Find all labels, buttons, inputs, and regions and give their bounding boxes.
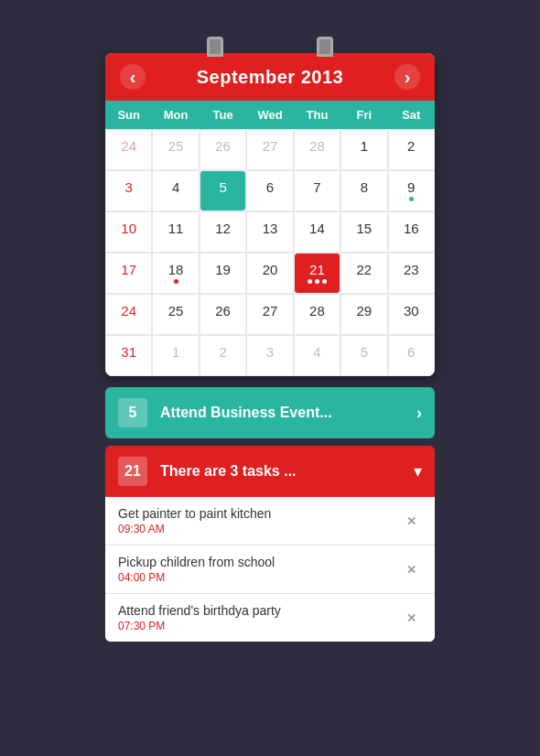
tasks-day: 21: [118, 457, 147, 486]
calendar-cell-19[interactable]: 19: [200, 253, 246, 294]
event-arrow-icon: ›: [416, 404, 422, 423]
day-name-wed: Wed: [246, 101, 293, 129]
calendar-cell-25[interactable]: 25: [152, 129, 199, 170]
calendar-cell-9[interactable]: 9: [388, 170, 435, 211]
task-content: Attend friend's birthdya party07:30 PM: [118, 603, 401, 632]
calendar-cell-31[interactable]: 31: [105, 335, 152, 376]
day-name-sat: Sat: [388, 101, 435, 129]
calendar-cell-4[interactable]: 4: [152, 170, 199, 211]
calendar-rings: [105, 37, 435, 57]
ring-right: [317, 37, 333, 57]
task-name: Pickup children from school: [118, 555, 401, 569]
calendar-cell-8[interactable]: 8: [340, 170, 387, 211]
calendar-cell-2[interactable]: 2: [388, 129, 435, 170]
calendar-cell-28[interactable]: 28: [294, 129, 340, 170]
task-item: Attend friend's birthdya party07:30 PM✕: [105, 594, 435, 642]
calendar-header: ‹ September 2013 ›: [105, 53, 435, 101]
calendar-grid: 2425262728123456789101112131415161718192…: [105, 129, 435, 376]
task-close-button[interactable]: ✕: [401, 559, 422, 580]
calendar-cell-13[interactable]: 13: [246, 211, 293, 253]
calendar-widget: ‹ September 2013 › SunMonTueWedThuFriSat…: [105, 37, 435, 642]
calendar-cell-22[interactable]: 22: [340, 253, 387, 294]
task-time: 04:00 PM: [118, 571, 401, 584]
calendar-cell-5[interactable]: 5: [200, 170, 246, 211]
calendar-cell-24[interactable]: 24: [105, 129, 152, 170]
task-item: Get painter to paint kitchen09:30 AM✕: [105, 497, 435, 545]
calendar-cell-3[interactable]: 3: [105, 170, 152, 211]
task-name: Get painter to paint kitchen: [118, 506, 401, 521]
task-close-button[interactable]: ✕: [401, 608, 422, 629]
prev-month-button[interactable]: ‹: [120, 64, 146, 90]
calendar: ‹ September 2013 › SunMonTueWedThuFriSat…: [105, 53, 435, 376]
calendar-cell-30[interactable]: 30: [388, 294, 435, 335]
calendar-cell-27[interactable]: 27: [246, 294, 293, 335]
calendar-cell-6[interactable]: 6: [388, 335, 435, 376]
event-title: Attend Business Event...: [160, 405, 416, 421]
calendar-cell-17[interactable]: 17: [105, 253, 152, 294]
calendar-cell-25[interactable]: 25: [152, 294, 199, 335]
calendar-cell-23[interactable]: 23: [388, 253, 435, 294]
ring-left: [207, 37, 223, 57]
task-content: Get painter to paint kitchen09:30 AM: [118, 506, 401, 535]
calendar-cell-12[interactable]: 12: [200, 211, 246, 253]
calendar-cell-14[interactable]: 14: [294, 211, 340, 253]
calendar-cell-16[interactable]: 16: [388, 211, 435, 253]
task-time: 07:30 PM: [118, 620, 401, 632]
tasks-chevron-icon: ▾: [414, 461, 422, 481]
task-time: 09:30 AM: [118, 523, 401, 535]
day-name-thu: Thu: [294, 101, 340, 129]
calendar-title: September 2013: [197, 67, 343, 88]
day-name-mon: Mon: [152, 101, 199, 129]
calendar-cell-11[interactable]: 11: [152, 211, 199, 253]
tasks-section: 21 There are 3 tasks ... ▾ Get painter t…: [105, 446, 435, 642]
calendar-cell-24[interactable]: 24: [105, 294, 152, 335]
task-item: Pickup children from school04:00 PM✕: [105, 545, 435, 594]
calendar-cell-20[interactable]: 20: [246, 253, 293, 294]
calendar-cell-28[interactable]: 28: [294, 294, 340, 335]
day-name-tue: Tue: [200, 101, 246, 129]
calendar-cell-6[interactable]: 6: [246, 170, 293, 211]
calendar-cell-2[interactable]: 2: [200, 335, 246, 376]
tasks-header[interactable]: 21 There are 3 tasks ... ▾: [105, 446, 435, 497]
calendar-cell-21[interactable]: 21: [294, 253, 340, 294]
tasks-title: There are 3 tasks ...: [160, 463, 414, 480]
calendar-cell-4[interactable]: 4: [294, 335, 340, 376]
task-name: Attend friend's birthdya party: [118, 603, 401, 618]
calendar-cell-15[interactable]: 15: [340, 211, 387, 253]
calendar-cell-10[interactable]: 10: [105, 211, 152, 253]
calendar-day-names: SunMonTueWedThuFriSat: [105, 101, 435, 129]
task-close-button[interactable]: ✕: [401, 511, 422, 532]
calendar-cell-29[interactable]: 29: [340, 294, 387, 335]
task-content: Pickup children from school04:00 PM: [118, 555, 401, 584]
event-bar[interactable]: 5 Attend Business Event... ›: [105, 387, 435, 438]
calendar-cell-26[interactable]: 26: [200, 129, 246, 170]
task-list: Get painter to paint kitchen09:30 AM✕Pic…: [105, 497, 435, 642]
calendar-cell-3[interactable]: 3: [246, 335, 293, 376]
calendar-cell-27[interactable]: 27: [246, 129, 293, 170]
calendar-cell-1[interactable]: 1: [152, 335, 199, 376]
day-name-fri: Fri: [340, 101, 387, 129]
next-month-button[interactable]: ›: [394, 64, 420, 90]
calendar-cell-5[interactable]: 5: [340, 335, 387, 376]
calendar-cell-18[interactable]: 18: [152, 253, 199, 294]
calendar-cell-7[interactable]: 7: [294, 170, 340, 211]
calendar-cell-26[interactable]: 26: [200, 294, 246, 335]
event-day: 5: [118, 398, 147, 427]
day-name-sun: Sun: [105, 101, 152, 129]
calendar-cell-1[interactable]: 1: [340, 129, 387, 170]
